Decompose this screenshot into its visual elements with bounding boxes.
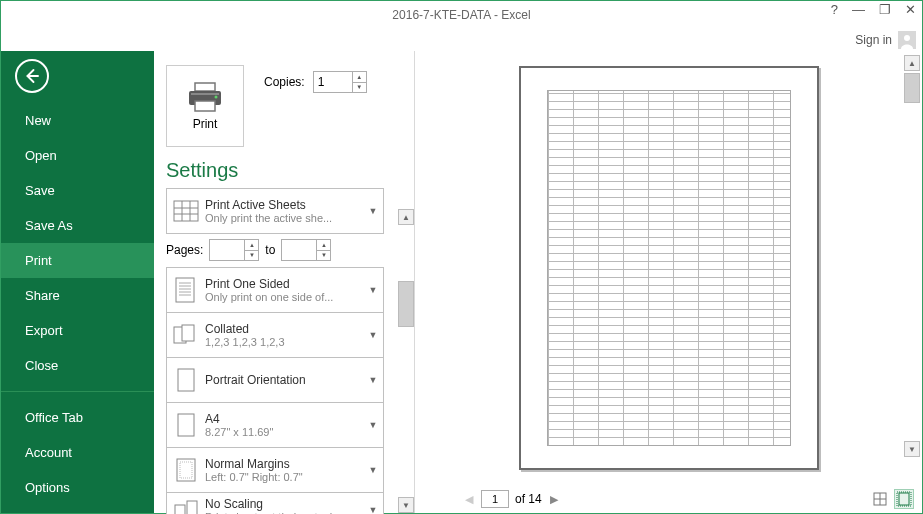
copies-input[interactable]: [314, 72, 352, 92]
pages-row: Pages: ▲▼ to ▲▼: [166, 237, 384, 263]
one-sided-icon: [167, 276, 205, 304]
next-page-icon[interactable]: ▶: [548, 493, 560, 506]
sidebar-item-office-tab[interactable]: Office Tab: [1, 400, 154, 435]
pages-label: Pages:: [166, 243, 203, 257]
copies-label: Copies:: [264, 75, 305, 89]
chevron-down-icon: ▼: [363, 206, 383, 216]
scroll-down-icon[interactable]: ▼: [398, 497, 414, 513]
pages-to-input[interactable]: [282, 240, 316, 260]
print-button[interactable]: Print: [166, 65, 244, 147]
sidebar-item-export[interactable]: Export: [1, 313, 154, 348]
spinner-down-icon[interactable]: ▼: [245, 251, 258, 261]
signin-row: Sign in: [1, 29, 922, 51]
chevron-down-icon: ▼: [363, 375, 383, 385]
chevron-down-icon: ▼: [363, 465, 383, 475]
sidebar-item-account[interactable]: Account: [1, 435, 154, 470]
scroll-thumb[interactable]: [904, 73, 920, 103]
svg-rect-12: [176, 278, 194, 302]
scroll-up-icon[interactable]: ▲: [904, 55, 920, 71]
setting-scaling[interactable]: No ScalingPrint sheets at their actual ▼: [166, 492, 384, 514]
setting-margins[interactable]: Normal MarginsLeft: 0.7" Right: 0.7" ▼: [166, 447, 384, 493]
chevron-down-icon: ▼: [363, 285, 383, 295]
minimize-icon[interactable]: —: [852, 3, 865, 17]
svg-rect-6: [195, 101, 215, 111]
content: Print Copies: ▲ ▼ Settings: [154, 51, 922, 513]
spinner-down-icon[interactable]: ▼: [317, 251, 330, 261]
svg-rect-24: [175, 505, 185, 514]
svg-point-0: [904, 35, 910, 41]
setting-title: Collated: [205, 322, 363, 336]
pages-from-input[interactable]: [210, 240, 244, 260]
window-title: 2016-7-KTE-DATA - Excel: [392, 8, 530, 22]
setting-collated[interactable]: Collated1,2,3 1,2,3 1,2,3 ▼: [166, 312, 384, 358]
preview-page: [519, 66, 819, 470]
setting-title: Print One Sided: [205, 277, 363, 291]
pages-from-spinner[interactable]: ▲▼: [209, 239, 259, 261]
svg-rect-29: [899, 493, 909, 505]
preview-area: ▲ ▼: [415, 51, 922, 485]
sidebar-item-options[interactable]: Options: [1, 470, 154, 505]
setting-sides[interactable]: Print One SidedOnly print on one side of…: [166, 267, 384, 313]
settings-scrollbar[interactable]: ▲ ▼: [398, 209, 414, 513]
svg-rect-7: [174, 201, 198, 221]
svg-rect-25: [187, 501, 197, 514]
setting-sub: 1,2,3 1,2,3 1,2,3: [205, 336, 363, 348]
setting-print-what[interactable]: Print Active SheetsOnly print the active…: [166, 188, 384, 234]
pages-to-spinner[interactable]: ▲▼: [281, 239, 331, 261]
setting-sub: Left: 0.7" Right: 0.7": [205, 471, 363, 483]
restore-icon[interactable]: ❐: [879, 3, 891, 17]
body: New Open Save Save As Print Share Export…: [1, 51, 922, 513]
back-button[interactable]: [15, 59, 49, 93]
svg-point-5: [215, 96, 218, 99]
titlebar: 2016-7-KTE-DATA - Excel ? — ❐ ✕: [1, 1, 922, 29]
svg-rect-19: [182, 325, 194, 341]
copies-spinner[interactable]: ▲ ▼: [313, 71, 367, 93]
chevron-down-icon: ▼: [363, 330, 383, 340]
sidebar-item-print[interactable]: Print: [1, 243, 154, 278]
setting-title: Normal Margins: [205, 457, 363, 471]
chevron-down-icon: ▼: [363, 505, 383, 514]
copies-row: Copies: ▲ ▼: [264, 71, 367, 93]
chevron-down-icon: ▼: [363, 420, 383, 430]
sidebar-item-new[interactable]: New: [1, 103, 154, 138]
sidebar-item-save[interactable]: Save: [1, 173, 154, 208]
sidebar-item-open[interactable]: Open: [1, 138, 154, 173]
preview-footer: ◀ of 14 ▶: [415, 485, 922, 513]
setting-orientation[interactable]: Portrait Orientation ▼: [166, 357, 384, 403]
setting-title: A4: [205, 412, 363, 426]
sidebar-item-close[interactable]: Close: [1, 348, 154, 383]
sidebar-separator: [1, 391, 154, 392]
scroll-up-icon[interactable]: ▲: [398, 209, 414, 225]
setting-sub: 8.27" x 11.69": [205, 426, 363, 438]
signin-link[interactable]: Sign in: [855, 33, 892, 47]
setting-paper-size[interactable]: A48.27" x 11.69" ▼: [166, 402, 384, 448]
print-settings-column: Print Copies: ▲ ▼ Settings: [154, 51, 414, 513]
help-icon[interactable]: ?: [831, 3, 838, 17]
prev-page-icon[interactable]: ◀: [463, 493, 475, 506]
scroll-thumb[interactable]: [398, 281, 414, 327]
svg-rect-2: [195, 83, 215, 91]
page-navigator: ◀ of 14 ▶: [463, 490, 560, 508]
setting-title: Print Active Sheets: [205, 198, 363, 212]
total-pages-label: of 14: [515, 492, 542, 506]
preview-scrollbar[interactable]: ▲ ▼: [904, 55, 920, 457]
close-icon[interactable]: ✕: [905, 3, 916, 17]
show-margins-button[interactable]: [870, 489, 890, 509]
sheets-icon: [167, 200, 205, 222]
current-page-input[interactable]: [481, 490, 509, 508]
spinner-down-icon[interactable]: ▼: [353, 83, 366, 93]
sidebar-item-share[interactable]: Share: [1, 278, 154, 313]
avatar-icon[interactable]: [898, 31, 916, 49]
spinner-up-icon[interactable]: ▲: [353, 72, 366, 83]
sidebar-item-save-as[interactable]: Save As: [1, 208, 154, 243]
scroll-down-icon[interactable]: ▼: [904, 441, 920, 457]
paper-size-icon: [167, 412, 205, 438]
spinner-up-icon[interactable]: ▲: [245, 240, 258, 251]
margins-icon: [167, 457, 205, 483]
spinner-up-icon[interactable]: ▲: [317, 240, 330, 251]
zoom-to-page-button[interactable]: [894, 489, 914, 509]
pages-to-label: to: [265, 243, 275, 257]
settings-header: Settings: [166, 159, 408, 182]
setting-sub: Only print the active she...: [205, 212, 363, 224]
portrait-icon: [167, 367, 205, 393]
